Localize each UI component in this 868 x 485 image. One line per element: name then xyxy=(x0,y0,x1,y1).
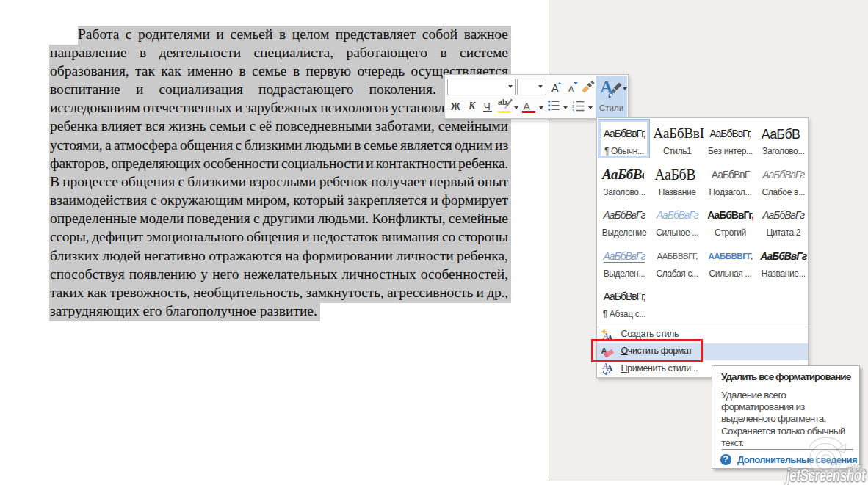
svg-text:3: 3 xyxy=(572,108,574,112)
svg-text:.com: .com xyxy=(847,463,861,471)
svg-text:A: A xyxy=(607,364,612,373)
